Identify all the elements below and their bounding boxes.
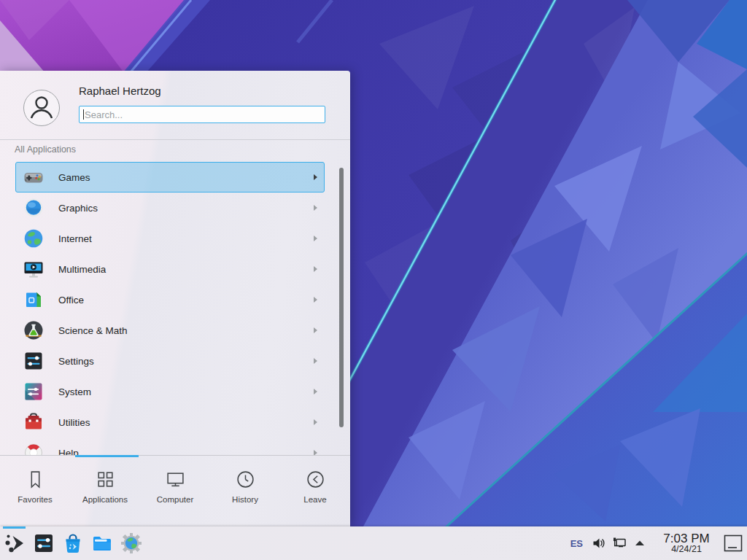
volume-icon[interactable] (591, 535, 607, 551)
active-indicator (3, 526, 26, 529)
application-launcher-menu: Raphael Hertzog Search... All Applicatio… (0, 71, 350, 526)
tab[interactable]: History (210, 458, 280, 526)
settings-icon (23, 350, 44, 372)
chevron-right-icon (314, 236, 317, 241)
category-label: System (58, 386, 91, 397)
section-label: All Applications (15, 144, 76, 155)
system-icon (23, 381, 44, 402)
applications-icon (96, 470, 115, 489)
search-input[interactable]: Search... (79, 106, 325, 123)
chevron-right-icon (314, 419, 317, 425)
category-label: Multimedia (58, 264, 106, 275)
tab[interactable]: Applications (70, 458, 140, 526)
web-browser-button[interactable] (117, 526, 146, 560)
user-avatar[interactable] (23, 90, 60, 126)
list-item[interactable]: Internet (15, 223, 325, 254)
desktop: Raphael Hertzog Search... All Applicatio… (0, 0, 747, 560)
multimedia-icon (23, 258, 44, 280)
web-browser-icon (120, 532, 142, 554)
tab[interactable]: Leave (280, 458, 350, 526)
science-icon (23, 319, 44, 341)
category-label: Graphics (58, 203, 98, 214)
category-label: Utilities (58, 417, 90, 428)
list-item[interactable]: Multimedia (15, 254, 325, 284)
header-divider (0, 139, 350, 140)
scrollbar-thumb[interactable] (339, 168, 344, 427)
help-icon (23, 442, 44, 456)
taskbar-launchers (0, 526, 146, 560)
tab-label: Leave (303, 495, 326, 504)
list-item[interactable]: Utilities (15, 407, 325, 438)
category-label: Science & Math (58, 325, 128, 336)
history-icon (236, 470, 255, 489)
discover-button[interactable] (58, 526, 88, 560)
tab-label: Applications (82, 495, 128, 504)
tabbar-divider (0, 455, 350, 456)
kde-launcher-icon (4, 532, 26, 554)
internet-icon (23, 228, 44, 249)
digital-clock[interactable]: 7:03 PM 4/24/21 (655, 532, 718, 555)
list-item[interactable]: Help (15, 438, 325, 456)
chevron-right-icon (314, 205, 317, 211)
chevron-right-icon (314, 174, 317, 180)
launcher-tab-bar: Favorites Applications Computer History (0, 458, 350, 526)
chevron-right-icon (314, 389, 317, 394)
system-settings-button[interactable] (29, 526, 58, 560)
category-list: Games Graphics Internet Multi (0, 162, 350, 456)
discover-icon (62, 532, 84, 554)
favorites-icon (26, 470, 45, 489)
keyboard-layout-indicator[interactable]: ES (567, 538, 587, 549)
computer-icon (166, 470, 185, 489)
clock-date: 4/24/21 (655, 545, 718, 554)
active-tab-indicator (75, 455, 139, 457)
user-name: Raphael Hertzog (79, 85, 161, 97)
category-label: Settings (58, 356, 94, 367)
chevron-right-icon (314, 358, 317, 364)
system-settings-icon (33, 532, 55, 554)
taskbar: ES 7:03 PM 4/ (0, 526, 747, 560)
network-icon[interactable] (611, 535, 627, 551)
tab[interactable]: Computer (140, 458, 210, 526)
graphics-icon (23, 197, 44, 219)
leave-icon (306, 470, 325, 489)
dolphin-icon (91, 532, 113, 554)
category-label: Internet (58, 233, 92, 244)
launcher-header: Raphael Hertzog Search... (0, 71, 350, 139)
tab-label: Computer (157, 495, 194, 504)
category-label: Games (58, 172, 90, 183)
office-icon (23, 289, 44, 311)
file-manager-button[interactable] (88, 526, 117, 560)
list-item[interactable]: Office (15, 284, 325, 315)
list-item[interactable]: Science & Math (15, 315, 325, 346)
tab[interactable]: Favorites (0, 458, 70, 526)
chevron-right-icon (314, 327, 317, 333)
chevron-right-icon (314, 297, 317, 303)
utilities-icon (23, 411, 44, 433)
list-item[interactable]: System (15, 376, 325, 407)
games-icon (23, 166, 44, 188)
tab-label: History (232, 495, 258, 504)
expand-tray-icon[interactable] (632, 535, 648, 551)
clock-time: 7:03 PM (655, 532, 718, 545)
search-placeholder: Search... (85, 109, 123, 120)
list-item[interactable]: Settings (15, 346, 325, 376)
list-item[interactable]: Games (15, 162, 325, 192)
list-item[interactable]: Graphics (15, 192, 325, 223)
text-caret (83, 109, 84, 120)
category-label: Office (58, 295, 84, 306)
system-tray: ES (567, 535, 648, 551)
tab-label: Favorites (18, 495, 52, 504)
chevron-right-icon (314, 266, 317, 272)
application-launcher-button[interactable] (0, 526, 29, 560)
show-desktop-button[interactable] (721, 526, 746, 560)
